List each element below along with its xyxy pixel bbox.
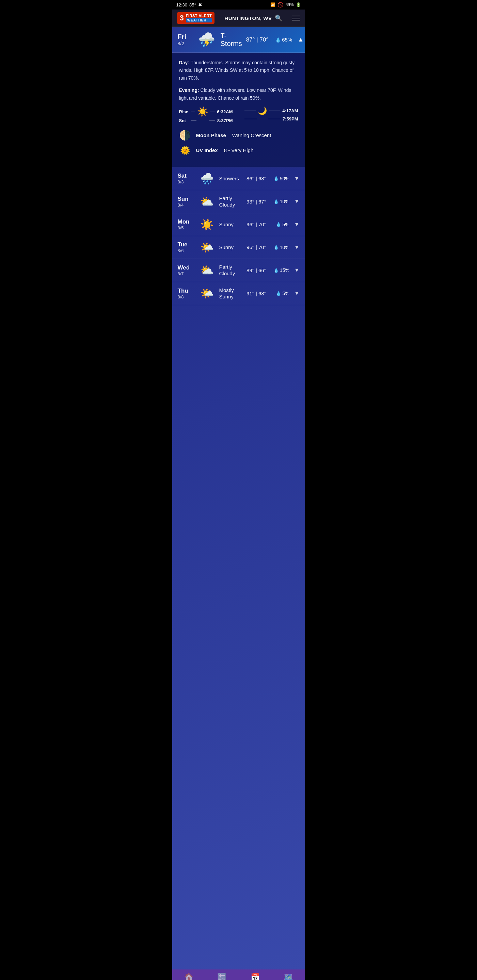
moon-set-row: 7:59PM xyxy=(244,116,298,121)
forecast-precip: 💧 10% xyxy=(272,199,289,204)
forecast-weather-icon: ☀️ xyxy=(200,218,214,231)
sunrise-time: 6:32AM xyxy=(217,109,233,115)
forecast-day-date: 8/3 xyxy=(178,179,195,185)
uv-value: 8 - Very High xyxy=(224,147,254,153)
uv-icon: 🌞 xyxy=(179,146,191,155)
location-display: HUNTINGTON, WV 🔍 xyxy=(224,14,282,22)
forecast-day-name: Thu xyxy=(178,288,195,294)
featured-chevron-up-icon[interactable]: ▲ xyxy=(298,36,304,43)
sun-line-4 xyxy=(209,121,215,121)
sun-set-row: Set 8:37PM xyxy=(179,118,233,123)
dnd-icon: 🚫 xyxy=(278,2,283,8)
evening-description: Evening: Cloudy with showers. Low near 7… xyxy=(179,86,298,102)
moon-line-2 xyxy=(269,111,280,111)
moon-uv-section: 🌗 Moon Phase Waning Crescent 🌞 UV Index … xyxy=(179,130,298,155)
forecast-precip-pct: 10% xyxy=(280,199,289,204)
moonrise-time: 4:17AM xyxy=(282,108,298,113)
forecast-row[interactable]: Wed 8/7 ⛅ Partly Cloudy 89° | 66° 💧 15% … xyxy=(172,259,305,282)
moon-line-4 xyxy=(268,119,281,119)
featured-precip-pct: 65% xyxy=(282,37,292,43)
forecast-day-date: 8/7 xyxy=(178,271,195,276)
forecast-chevron-down-icon: ▼ xyxy=(294,267,300,273)
nav-map-icon: 🗺️ xyxy=(284,973,293,980)
forecast-condition: Sunny xyxy=(219,244,243,251)
wifi-icon: 📶 xyxy=(270,2,276,7)
forecast-condition: Sunny xyxy=(219,221,243,228)
moon-phase-icon: 🌗 xyxy=(179,130,191,141)
forecast-weather-icon: ⛅ xyxy=(200,264,214,277)
moonset-time: 7:59PM xyxy=(282,116,298,121)
forecast-temp-range: 96° | 70° xyxy=(247,221,266,227)
forecast-day-name: Sun xyxy=(178,196,195,202)
nav-daily-icon: 📅 xyxy=(250,973,260,980)
sunset-time: 8:37PM xyxy=(217,118,233,123)
forecast-condition: Partly Cloudy xyxy=(219,195,243,208)
featured-day-row[interactable]: Fri 8/2 ⛈️ T-Storms 87° | 70° 💧 65% ▲ xyxy=(172,27,305,53)
forecast-row[interactable]: Tue 8/6 🌤️ Sunny 96° | 70° 💧 10% ▼ xyxy=(172,236,305,259)
forecast-day-date: 8/6 xyxy=(178,248,195,253)
nav-hourly-icon: 🔙 xyxy=(217,973,227,980)
nav-item-home[interactable]: 🏠 Home xyxy=(177,973,201,980)
forecast-precip-pct: 50% xyxy=(280,176,289,181)
forecast-condition: Showers xyxy=(219,175,243,182)
temperature-display: 85° xyxy=(189,2,196,8)
featured-precip: 💧 65% xyxy=(275,37,292,43)
nav-item-hourly[interactable]: 🔙 Hourly xyxy=(210,973,234,980)
forecast-temp-range: 86° | 68° xyxy=(247,176,266,181)
forecast-day-name: Mon xyxy=(178,218,195,225)
location-text: HUNTINGTON, WV xyxy=(224,15,272,21)
forecast-precip-pct: 5% xyxy=(282,291,289,296)
moon-col: 🌙 4:17AM 7:59PM xyxy=(244,107,298,124)
set-label: Set xyxy=(179,118,188,123)
bottom-nav: 🏠 Home 🔙 Hourly 📅 Daily 🗺️ Map xyxy=(172,969,305,980)
forecast-weather-icon: 🌤️ xyxy=(200,241,214,254)
logo-weather: WEATHER xyxy=(186,18,212,22)
forecast-chevron-down-icon: ▼ xyxy=(294,290,300,296)
forecast-day-date: 8/5 xyxy=(178,225,195,231)
forecast-weather-icon: ⛅ xyxy=(200,195,214,208)
sun-icon: ☀️ xyxy=(197,107,208,117)
forecast-day-label: Thu 8/8 xyxy=(178,288,195,299)
precip-drop-icon: 💧 xyxy=(276,291,281,296)
forecast-row[interactable]: Sun 8/4 ⛅ Partly Cloudy 93° | 67° 💧 10% … xyxy=(172,190,305,213)
featured-low: 70° xyxy=(260,37,268,43)
battery-percent: 69% xyxy=(285,2,294,7)
menu-button[interactable] xyxy=(292,16,300,21)
featured-temp-range: 87° | 70° xyxy=(246,37,268,43)
app-header: 3 FIRST ALERT WEATHER HUNTINGTON, WV 🔍 xyxy=(172,10,305,27)
forecast-row[interactable]: Thu 8/8 🌤️ Mostly Sunny 91° | 68° 💧 5% ▼ xyxy=(172,282,305,305)
moon-line-3 xyxy=(244,119,257,119)
forecast-day-label: Mon 8/5 xyxy=(178,218,195,231)
rise-label: Rise xyxy=(179,109,188,115)
sun-col: Rise ☀️ 6:32AM Set 8:37PM xyxy=(179,107,233,124)
precip-drop-icon: 💧 xyxy=(273,176,279,181)
featured-day-date: 8/2 xyxy=(178,41,193,46)
logo-first-alert: FIRST ALERT xyxy=(186,14,212,18)
logo-text: FIRST ALERT WEATHER xyxy=(186,14,212,22)
forecast-precip: 💧 15% xyxy=(272,267,289,273)
moon-rise-row: 🌙 4:17AM xyxy=(244,107,298,115)
evening-label: Evening: xyxy=(179,88,199,93)
uv-index-row: 🌞 UV Index 8 - Very High xyxy=(179,146,298,155)
precip-drop-icon: 💧 xyxy=(276,222,281,227)
status-bar: 12:30 85° ✖ 📶 🚫 69% 🔋 xyxy=(172,0,305,10)
forecast-chevron-down-icon: ▼ xyxy=(294,198,300,205)
featured-day-name: Fri xyxy=(178,33,193,41)
search-button[interactable]: 🔍 xyxy=(275,14,282,22)
moon-phase-label: Moon Phase xyxy=(196,132,226,138)
forecast-row[interactable]: Mon 8/5 ☀️ Sunny 96° | 70° 💧 5% ▼ xyxy=(172,213,305,236)
sun-line-2 xyxy=(210,111,215,112)
moon-icon: 🌙 xyxy=(258,107,267,115)
uv-label: UV Index xyxy=(196,147,218,153)
nav-item-daily[interactable]: 📅 Daily xyxy=(243,973,267,980)
sun-rise-row: Rise ☀️ 6:32AM xyxy=(179,107,233,117)
app-logo: 3 FIRST ALERT WEATHER xyxy=(177,12,215,24)
day-description: Day: Thunderstorms. Storms may contain s… xyxy=(179,59,298,82)
nav-item-map[interactable]: 🗺️ Map xyxy=(276,973,300,980)
sun-line-3 xyxy=(191,121,196,121)
forecast-row[interactable]: Sat 8/3 🌧️ Showers 86° | 68° 💧 50% ▼ xyxy=(172,167,305,190)
forecast-temp-range: 96° | 70° xyxy=(247,244,266,250)
day-label: Day: xyxy=(179,60,189,65)
moon-phase-value: Waning Crescent xyxy=(232,132,271,138)
detail-panel: Day: Thunderstorms. Storms may contain s… xyxy=(172,53,305,167)
